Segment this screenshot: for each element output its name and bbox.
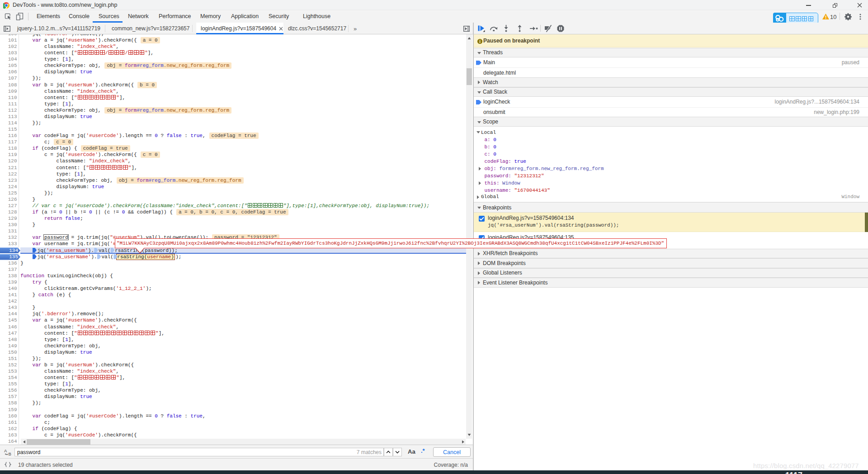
svg-text:A: A [4,448,7,453]
svg-text:B: B [9,451,11,456]
